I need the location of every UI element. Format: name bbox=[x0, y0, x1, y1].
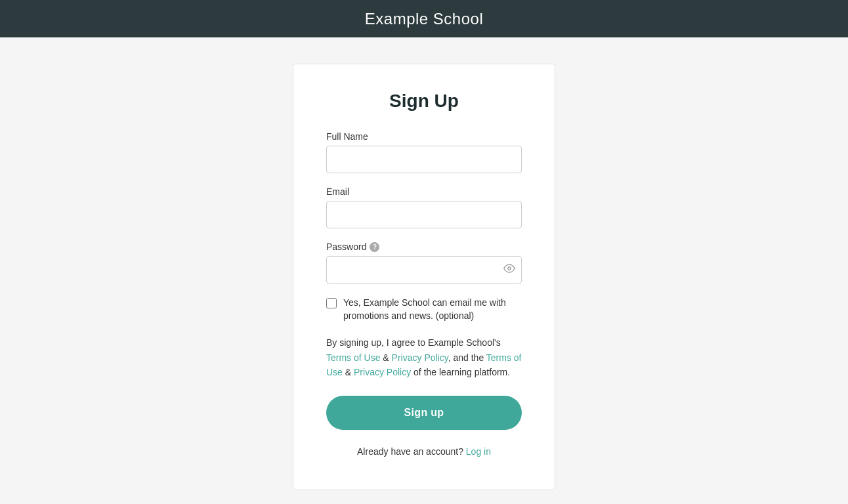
terms-prefix: By signing up, I agree to Example School… bbox=[326, 337, 501, 348]
form-title: Sign Up bbox=[326, 91, 522, 112]
fullname-input[interactable] bbox=[326, 146, 522, 173]
terms-sep2: & bbox=[343, 367, 354, 377]
already-account-text: Already have an account? bbox=[357, 446, 463, 457]
login-link[interactable]: Log in bbox=[466, 446, 491, 457]
privacy-link-2[interactable]: Privacy Policy bbox=[354, 367, 411, 377]
app-header: Example School bbox=[0, 0, 848, 37]
password-input[interactable] bbox=[326, 256, 522, 284]
terms-suffix: of the learning platform. bbox=[411, 367, 510, 377]
fullname-group: Full Name bbox=[326, 131, 522, 173]
svg-point-0 bbox=[508, 267, 511, 270]
terms-link-1[interactable]: Terms of Use bbox=[326, 352, 380, 363]
terms-paragraph: By signing up, I agree to Example School… bbox=[326, 335, 522, 379]
password-input-wrapper bbox=[326, 256, 522, 284]
page-body: Sign Up Full Name Email Password ? bbox=[0, 37, 848, 504]
email-input[interactable] bbox=[326, 201, 522, 228]
privacy-link-1[interactable]: Privacy Policy bbox=[392, 352, 448, 363]
terms-middle: , and the bbox=[448, 352, 486, 363]
email-group: Email bbox=[326, 186, 522, 228]
login-prompt: Already have an account? Log in bbox=[326, 446, 522, 457]
password-toggle-icon[interactable] bbox=[503, 262, 515, 277]
password-group: Password ? bbox=[326, 242, 522, 284]
password-label: Password bbox=[326, 242, 366, 252]
email-optin-label: Yes, Example School can email me with pr… bbox=[343, 297, 522, 322]
email-optin-group: Yes, Example School can email me with pr… bbox=[326, 297, 522, 322]
app-title: Example School bbox=[365, 10, 483, 28]
password-help-icon[interactable]: ? bbox=[370, 242, 379, 252]
terms-sep1: & bbox=[380, 352, 391, 363]
signup-button[interactable]: Sign up bbox=[326, 396, 522, 430]
password-label-wrapper: Password ? bbox=[326, 242, 522, 252]
fullname-label: Full Name bbox=[326, 131, 522, 142]
email-optin-checkbox[interactable] bbox=[326, 298, 337, 308]
email-label: Email bbox=[326, 186, 522, 197]
signup-card: Sign Up Full Name Email Password ? bbox=[293, 64, 555, 490]
